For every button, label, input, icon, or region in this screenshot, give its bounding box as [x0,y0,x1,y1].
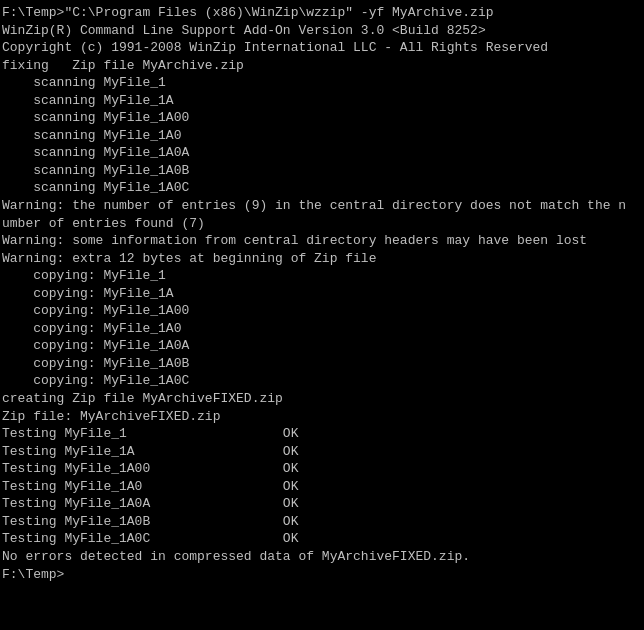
terminal-line: copying: MyFile_1A0C [2,372,642,390]
terminal-line: Warning: some information from central d… [2,232,642,250]
terminal-line: Copyright (c) 1991-2008 WinZip Internati… [2,39,642,57]
terminal-line: F:\Temp>"C:\Program Files (x86)\WinZip\w… [2,4,642,22]
terminal-line: scanning MyFile_1A0B [2,162,642,180]
terminal-line: WinZip(R) Command Line Support Add-On Ve… [2,22,642,40]
terminal-line: copying: MyFile_1A0B [2,355,642,373]
terminal-line: scanning MyFile_1A0A [2,144,642,162]
terminal-line: creating Zip file MyArchiveFIXED.zip [2,390,642,408]
terminal-line: scanning MyFile_1A0C [2,179,642,197]
terminal-line: scanning MyFile_1A0 [2,127,642,145]
terminal-line: Testing MyFile_1A00 OK [2,460,642,478]
terminal-line: scanning MyFile_1A00 [2,109,642,127]
terminal-line: Warning: extra 12 bytes at beginning of … [2,250,642,268]
terminal-line: F:\Temp> [2,566,642,584]
terminal-line: Testing MyFile_1A0A OK [2,495,642,513]
terminal-line: Warning: the number of entries (9) in th… [2,197,642,215]
terminal-line: copying: MyFile_1A0A [2,337,642,355]
terminal-line: Testing MyFile_1A0C OK [2,530,642,548]
terminal-line: copying: MyFile_1A00 [2,302,642,320]
terminal-line: Testing MyFile_1A0B OK [2,513,642,531]
terminal-line: scanning MyFile_1A [2,92,642,110]
terminal-line: copying: MyFile_1A [2,285,642,303]
terminal-line: umber of entries found (7) [2,215,642,233]
terminal-line: Zip file: MyArchiveFIXED.zip [2,408,642,426]
terminal-line: No errors detected in compressed data of… [2,548,642,566]
terminal-window: F:\Temp>"C:\Program Files (x86)\WinZip\w… [0,0,644,630]
terminal-line: Testing MyFile_1A OK [2,443,642,461]
terminal-line: Testing MyFile_1A0 OK [2,478,642,496]
terminal-line: copying: MyFile_1 [2,267,642,285]
terminal-line: copying: MyFile_1A0 [2,320,642,338]
terminal-line: fixing Zip file MyArchive.zip [2,57,642,75]
terminal-line: Testing MyFile_1 OK [2,425,642,443]
terminal-line: scanning MyFile_1 [2,74,642,92]
